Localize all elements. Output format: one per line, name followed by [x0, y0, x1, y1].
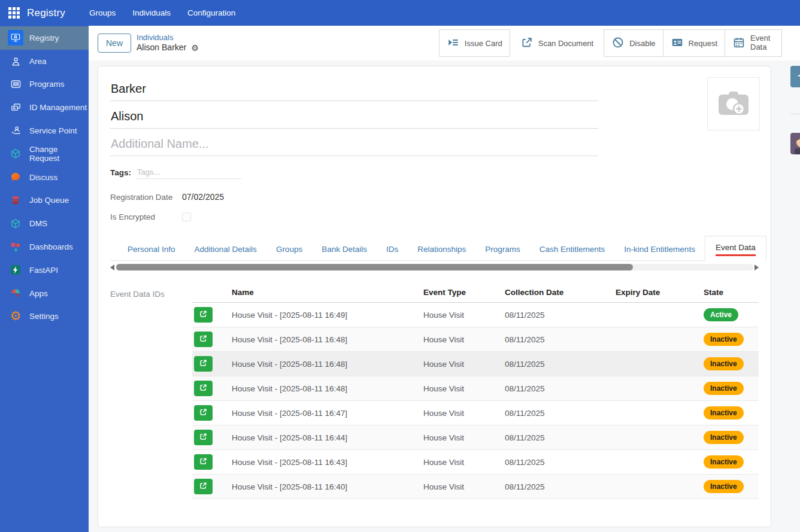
- table-row[interactable]: House Visit - [2025-08-11 16:43] House V…: [192, 450, 759, 475]
- apps-grid-icon[interactable]: [8, 7, 20, 19]
- state-badge: Active: [704, 308, 738, 321]
- disable-button[interactable]: Disable: [604, 29, 663, 57]
- tab-groups[interactable]: Groups: [266, 239, 312, 260]
- menu-groups[interactable]: Groups: [83, 1, 122, 25]
- scroll-right-arrow-icon[interactable]: [754, 265, 759, 270]
- record-settings-gear-icon[interactable]: ⚙: [191, 44, 199, 52]
- state-badge: Inactive: [704, 455, 744, 469]
- tab-cash-entitlements[interactable]: Cash Entitlements: [530, 239, 615, 260]
- state-badge: Inactive: [704, 431, 744, 444]
- sidebar-item-id-management[interactable]: ID Management: [0, 96, 89, 119]
- table-header-row: Name Event Type Collection Date Expiry D…: [192, 282, 759, 303]
- sidebar-item-area[interactable]: Area: [0, 50, 89, 73]
- column-header-actions: [192, 282, 232, 303]
- is-encrypted-row: Is Encrypted: [110, 212, 759, 221]
- open-record-button[interactable]: [194, 332, 213, 347]
- tab-bank-details[interactable]: Bank Details: [312, 239, 377, 260]
- scrollbar-thumb[interactable]: [116, 264, 633, 270]
- external-link-icon: [199, 432, 208, 443]
- discuss-icon: [8, 169, 23, 185]
- registration-date-value[interactable]: 07/02/2025: [182, 192, 224, 202]
- first-name-input[interactable]: [110, 106, 598, 129]
- menu-configuration[interactable]: Configuration: [181, 1, 241, 25]
- sidebar-item-settings[interactable]: ⚙ Settings: [0, 305, 89, 329]
- registration-date-row: Registration Date 07/02/2025: [110, 192, 759, 202]
- open-record-button[interactable]: [194, 307, 213, 323]
- tags-input[interactable]: [137, 166, 241, 179]
- last-name-field-wrap: [110, 78, 598, 101]
- open-record-button[interactable]: [194, 356, 213, 372]
- table-row[interactable]: House Visit - [2025-08-11 16:47] House V…: [192, 401, 759, 425]
- issue-card-button[interactable]: Issue Card: [439, 29, 510, 57]
- last-name-input[interactable]: [110, 78, 598, 101]
- tab-programs[interactable]: Programs: [475, 239, 530, 260]
- open-record-button[interactable]: [194, 381, 213, 396]
- breadcrumb-current: Alison Barker: [137, 42, 186, 53]
- external-link-icon: [199, 481, 208, 492]
- breadcrumb: Individuals Alison Barker ⚙: [137, 33, 199, 53]
- open-record-button[interactable]: [194, 454, 213, 470]
- state-badge: Inactive: [704, 480, 744, 493]
- scan-document-button[interactable]: Scan Document: [513, 29, 602, 57]
- sidebar-item-registry[interactable]: Registry: [0, 26, 89, 50]
- state-badge: Inactive: [704, 333, 744, 346]
- open-record-button[interactable]: [194, 405, 213, 421]
- new-button[interactable]: New: [98, 34, 131, 53]
- send-message-button[interactable]: [790, 66, 800, 87]
- open-record-button[interactable]: [194, 479, 213, 494]
- photo-upload-box[interactable]: [707, 77, 760, 130]
- action-button-group: Disable Request Event Data: [604, 29, 782, 57]
- sidebar-item-dashboards[interactable]: Dashboards: [0, 235, 89, 259]
- sidebar-item-job-queue[interactable]: Job Queue: [0, 189, 89, 212]
- external-link-icon: [199, 408, 208, 418]
- tab-in-kind-entitlements[interactable]: In-kind Entitlements: [614, 239, 705, 260]
- request-button[interactable]: Request: [663, 29, 725, 57]
- id-management-icon: [8, 100, 23, 115]
- area-icon: [8, 53, 23, 69]
- scrollbar-track[interactable]: [116, 264, 753, 270]
- sidebar-item-change-request[interactable]: Change Request: [0, 142, 89, 166]
- sidebar-item-apps[interactable]: Apps: [0, 282, 89, 305]
- scroll-left-arrow-icon[interactable]: [110, 265, 114, 270]
- programs-icon: [8, 77, 23, 92]
- tab-additional-details[interactable]: Additional Details: [185, 239, 266, 260]
- sidebar-item-fastapi[interactable]: FastAPI: [0, 259, 89, 282]
- tags-label: Tags:: [110, 168, 131, 177]
- external-link-icon: [199, 358, 208, 369]
- table-row[interactable]: House Visit - [2025-08-11 16:44] House V…: [192, 425, 759, 450]
- table-row[interactable]: House Visit - [2025-08-11 16:49] House V…: [192, 303, 759, 327]
- dms-icon: [8, 216, 23, 232]
- additional-name-input[interactable]: [110, 133, 598, 156]
- table-row[interactable]: House Visit - [2025-08-11 16:48] House V…: [192, 352, 759, 376]
- table-row[interactable]: House Visit - [2025-08-11 16:40] House V…: [192, 475, 759, 499]
- is-encrypted-checkbox[interactable]: [182, 212, 191, 221]
- breadcrumb-parent-link[interactable]: Individuals: [137, 33, 199, 42]
- tab-event-data[interactable]: Event Data: [705, 236, 766, 261]
- event-data-icon: [732, 36, 746, 51]
- tab-personal-info[interactable]: Personal Info: [118, 239, 185, 260]
- registry-icon: [8, 30, 23, 45]
- top-navigation-bar: Registry Groups Individuals Configuratio…: [0, 0, 800, 26]
- table-row[interactable]: House Visit - [2025-08-11 16:48] House V…: [192, 327, 759, 352]
- horizontal-scrollbar: [110, 263, 759, 272]
- job-queue-icon: [8, 193, 23, 208]
- sidebar-item-service-point[interactable]: Service Point: [0, 119, 89, 142]
- table-row[interactable]: House Visit - [2025-08-11 16:48] House V…: [192, 376, 759, 401]
- sidebar-item-programs[interactable]: Programs: [0, 73, 89, 96]
- tab-ids[interactable]: IDs: [377, 239, 408, 260]
- menu-individuals[interactable]: Individuals: [126, 1, 177, 25]
- state-badge: Inactive: [704, 406, 744, 419]
- sidebar-item-dms[interactable]: DMS: [0, 212, 89, 235]
- state-badge: Inactive: [704, 382, 744, 395]
- settings-icon: ⚙: [8, 309, 23, 324]
- user-avatar[interactable]: [790, 133, 800, 154]
- tab-relationships[interactable]: Relationships: [408, 239, 475, 260]
- fastapi-icon: [8, 262, 23, 278]
- open-record-button[interactable]: [194, 430, 213, 445]
- event-data-button[interactable]: Event Data: [725, 29, 782, 57]
- action-buttons: Issue Card Scan Document Disable: [439, 29, 782, 57]
- service-point-icon: [8, 123, 23, 139]
- top-menu: Groups Individuals Configuration: [83, 1, 241, 25]
- disable-icon: [611, 36, 625, 51]
- sidebar-item-discuss[interactable]: Discuss: [0, 166, 89, 189]
